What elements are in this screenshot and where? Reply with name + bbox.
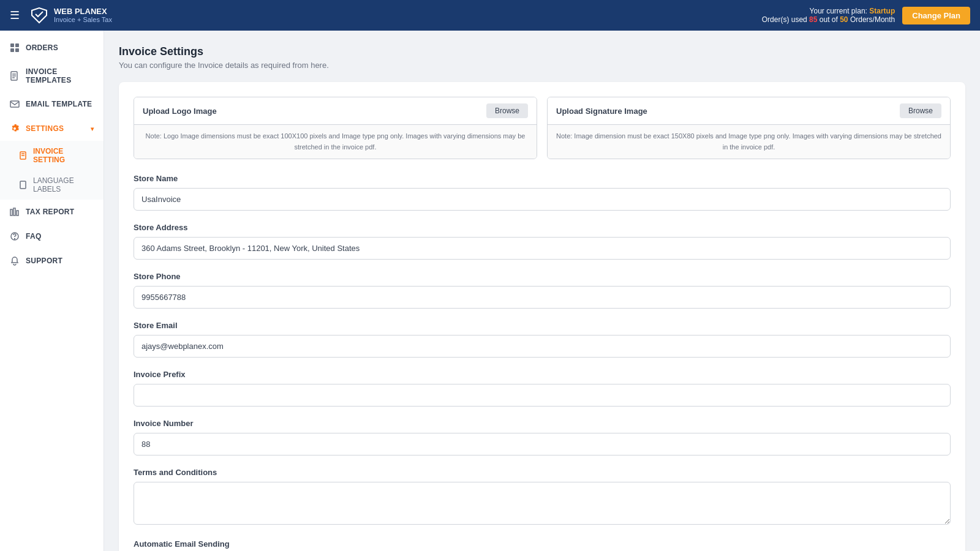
grid-icon xyxy=(10,43,20,53)
sidebar-item-invoice-templates[interactable]: INVOICE TEMPLATES xyxy=(0,60,104,92)
page-title: Invoice Settings xyxy=(119,45,965,58)
store-phone-input[interactable] xyxy=(134,286,951,309)
orders-prefix: Order(s) used xyxy=(762,15,807,24)
header-left: ☰ WEB PLANEX Invoice + Sales Tax xyxy=(10,7,112,24)
sidebar-item-tax-report[interactable]: TAX REPORT xyxy=(0,200,104,224)
upload-row: Upload Logo Image Browse Note: Logo Imag… xyxy=(134,97,951,159)
submenu-item-invoice-setting[interactable]: INVOICE SETTING xyxy=(0,141,104,170)
chevron-down-icon: ▾ xyxy=(91,126,94,132)
store-name-label: Store Name xyxy=(134,174,951,183)
store-email-input[interactable] xyxy=(134,335,951,358)
logo-text: WEB PLANEX Invoice + Sales Tax xyxy=(54,7,112,24)
invoice-prefix-section: Invoice Prefix xyxy=(134,370,951,407)
sidebar-label-email-template: EMAIL TEMPLATE xyxy=(26,100,92,108)
settings-submenu: INVOICE SETTING LANGUAGE LABELS xyxy=(0,141,104,200)
sidebar-label-orders: ORDERS xyxy=(26,43,58,52)
submenu-label-invoice-setting: INVOICE SETTING xyxy=(33,147,94,164)
sidebar-item-email-template[interactable]: EMAIL TEMPLATE xyxy=(0,92,104,116)
invoice-setting-icon xyxy=(20,151,28,160)
hamburger-icon[interactable]: ☰ xyxy=(10,9,20,22)
upload-logo-title: Upload Logo Image xyxy=(143,107,217,116)
store-name-input[interactable] xyxy=(134,188,951,211)
terms-label: Terms and Conditions xyxy=(134,468,951,477)
auto-email-label: Automatic Email Sending xyxy=(134,539,951,549)
plan-name: Startup xyxy=(869,7,895,15)
chart-icon xyxy=(10,207,20,217)
header: ☰ WEB PLANEX Invoice + Sales Tax Your cu… xyxy=(0,0,980,31)
page-subtitle: You can configure the Invoice details as… xyxy=(119,61,965,70)
svg-rect-12 xyxy=(20,181,26,189)
gear-icon xyxy=(10,124,20,133)
sidebar-item-settings[interactable]: SETTINGS ▾ xyxy=(0,116,104,141)
file-icon xyxy=(10,71,20,81)
question-icon xyxy=(10,231,20,241)
sidebar-label-faq: FAQ xyxy=(26,232,42,241)
orders-suffix: Orders/Month xyxy=(850,15,895,24)
sidebar-item-support[interactable]: SUPPORT xyxy=(0,249,104,273)
store-phone-label: Store Phone xyxy=(134,272,951,281)
language-labels-icon xyxy=(20,181,28,189)
svg-rect-14 xyxy=(13,208,15,216)
change-plan-button[interactable]: Change Plan xyxy=(902,7,970,24)
bell-icon xyxy=(10,256,20,266)
sidebar-item-faq[interactable]: FAQ xyxy=(0,224,104,249)
orders-used: 85 xyxy=(809,15,817,24)
orders-separator: out of xyxy=(820,15,838,24)
auto-email-section: Automatic Email Sending Automatically se… xyxy=(134,539,951,551)
svg-rect-3 xyxy=(15,48,19,52)
submenu-item-language-labels[interactable]: LANGUAGE LABELS xyxy=(0,170,104,200)
invoice-prefix-label: Invoice Prefix xyxy=(134,370,951,379)
svg-rect-2 xyxy=(10,48,14,52)
logo-icon xyxy=(29,7,49,24)
sidebar-label-tax-report: TAX REPORT xyxy=(26,208,74,216)
upload-logo-box: Upload Logo Image Browse Note: Logo Imag… xyxy=(134,97,537,159)
svg-rect-0 xyxy=(10,43,14,47)
layout: ORDERS INVOICE TEMPLATES EMAIL TEMPLATE … xyxy=(0,31,980,551)
invoice-prefix-input[interactable] xyxy=(134,384,951,407)
store-phone-section: Store Phone xyxy=(134,272,951,309)
submenu-label-language-labels: LANGUAGE LABELS xyxy=(33,176,94,193)
store-name-section: Store Name xyxy=(134,174,951,211)
logo: WEB PLANEX Invoice + Sales Tax xyxy=(29,7,112,24)
svg-rect-1 xyxy=(15,43,19,47)
plan-prefix: Your current plan: xyxy=(810,7,867,15)
upload-signature-box: Upload Signature Image Browse Note: Imag… xyxy=(547,97,951,159)
email-icon xyxy=(10,99,20,109)
invoice-number-input[interactable] xyxy=(134,433,951,455)
sidebar-label-invoice-templates: INVOICE TEMPLATES xyxy=(26,67,94,84)
svg-rect-15 xyxy=(17,211,18,216)
terms-textarea[interactable] xyxy=(134,482,951,525)
store-address-label: Store Address xyxy=(134,223,951,232)
upload-signature-header: Upload Signature Image Browse xyxy=(548,97,950,125)
terms-section: Terms and Conditions xyxy=(134,468,951,527)
plan-info: Your current plan: Startup Order(s) used… xyxy=(762,7,895,24)
upload-signature-note: Note: Image dimension must be exact 150X… xyxy=(548,125,950,159)
svg-point-17 xyxy=(15,239,15,239)
sidebar: ORDERS INVOICE TEMPLATES EMAIL TEMPLATE … xyxy=(0,31,104,551)
store-email-label: Store Email xyxy=(134,321,951,330)
upload-signature-title: Upload Signature Image xyxy=(556,107,647,116)
svg-rect-8 xyxy=(10,101,19,107)
upload-logo-note: Note: Logo Image dimensions must be exac… xyxy=(134,125,537,159)
store-address-section: Store Address xyxy=(134,223,951,260)
main-content: Invoice Settings You can configure the I… xyxy=(104,31,980,551)
orders-max: 50 xyxy=(840,15,848,24)
upload-logo-header: Upload Logo Image Browse xyxy=(134,97,537,125)
header-right: Your current plan: Startup Order(s) used… xyxy=(762,7,970,24)
store-address-input[interactable] xyxy=(134,237,951,260)
invoice-number-label: Invoice Number xyxy=(134,419,951,428)
browse-signature-button[interactable]: Browse xyxy=(900,103,941,118)
sidebar-label-support: SUPPORT xyxy=(26,257,62,265)
browse-logo-button[interactable]: Browse xyxy=(486,103,528,118)
sidebar-label-settings: SETTINGS xyxy=(26,124,64,133)
invoice-number-section: Invoice Number xyxy=(134,419,951,455)
svg-rect-13 xyxy=(10,209,12,216)
content-card: Upload Logo Image Browse Note: Logo Imag… xyxy=(119,82,965,551)
sidebar-item-orders[interactable]: ORDERS xyxy=(0,36,104,60)
store-email-section: Store Email xyxy=(134,321,951,358)
